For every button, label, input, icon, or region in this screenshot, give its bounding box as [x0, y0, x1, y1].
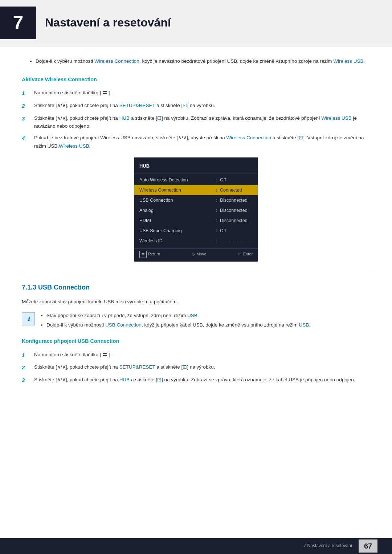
page-footer: 7 Nastavení a resetování 67	[0, 538, 392, 554]
hub-menu-row-usb-super: USB Super Charging : Off	[134, 226, 258, 236]
footer-chapter-text: 7 Nastavení a resetování	[304, 542, 352, 549]
wireless-step-3: 3 Stiskněte [∧/∨], pokud chcete přejít n…	[22, 114, 370, 131]
wireless-usb-link1: Wireless USB	[333, 58, 363, 64]
hub-menu-row-wireless-id: Wireless ID : - - - - - - - -	[134, 236, 258, 246]
wireless-step-2: 2 Stiskněte [∧/∨], pokud chcete přejít n…	[22, 102, 370, 111]
hub-menu-footer: 〓 Return ◇ Move ↵ Enter	[134, 248, 258, 259]
hub-menu-row-analog: Analog : Disconnected	[134, 205, 258, 216]
note-icon: ℹ	[22, 312, 35, 325]
usb-connection-link: USB Connection	[105, 322, 142, 328]
hub-menu-row-auto-wireless: Auto Wireless Detection : Off	[134, 175, 258, 185]
section-divider-1	[22, 272, 370, 272]
usb-link2: USB	[299, 322, 309, 328]
wireless-step-4: 4 Pokud je bezdrátové připojení Wireless…	[22, 134, 370, 150]
usb-config-step-3: 3 Stiskněte [∧/∨], pokud chcete přejít n…	[22, 376, 370, 385]
footer-page-number: 67	[359, 539, 377, 553]
wireless-connection-link1: Wireless Connection	[94, 58, 139, 64]
usb-config-step-2: 2 Stiskněte [∧/∨], pokud chcete přejít n…	[22, 363, 370, 372]
usb-note-bullet1: Stav připojení se zobrazí i v případě, ž…	[46, 312, 310, 320]
hub-menu-row-wireless-connection: Wireless Connection : Connected	[134, 185, 258, 195]
hub-menu-screenshot: HUB Auto Wireless Detection : Off Wirele…	[22, 157, 370, 262]
usb-config-step-1: 1 Na monitoru stiskněte tlačítko [ 〓 ].	[22, 351, 370, 360]
usb-note-block: ℹ Stav připojení se zobrazí i v případě,…	[22, 312, 370, 331]
wireless-step-1: 1 Na monitoru stiskněte tlačítko [ 〓 ].	[22, 89, 370, 98]
hub-footer-move: ◇ Move	[192, 251, 206, 258]
main-content: Dojde-li k výběru možnosti Wireless Conn…	[0, 57, 392, 414]
chapter-number: 7	[0, 7, 36, 39]
hub-footer-enter: ↵ Enter	[238, 251, 253, 258]
usb-config-heading: Konfigurace připojení USB Connection	[22, 337, 370, 345]
usb-link1: USB	[187, 313, 197, 318]
hub-menu-title: HUB	[134, 161, 258, 173]
intro-bullet-item: Dojde-li k výběru možnosti Wireless Conn…	[36, 57, 370, 65]
hub-footer-return: 〓 Return	[139, 251, 160, 258]
usb-description: Můžete zobrazit stav připojení kabelu US…	[22, 298, 370, 306]
chapter-header: 7 Nastavení a resetování	[0, 0, 392, 46]
wireless-activation-heading: Aktivace Wireless Connection	[22, 75, 370, 84]
hub-menu-row-usb-connection: USB Connection : Disconnected	[134, 195, 258, 205]
intro-bullet-section: Dojde-li k výběru možnosti Wireless Conn…	[22, 57, 370, 65]
usb-config-steps-list: 1 Na monitoru stiskněte tlačítko [ 〓 ]. …	[22, 351, 370, 385]
usb-section-heading: 7.1.3 USB Connection	[22, 282, 370, 293]
hub-menu-row-hdmi: HDMI : Disconnected	[134, 216, 258, 226]
wireless-steps-list: 1 Na monitoru stiskněte tlačítko [ 〓 ]. …	[22, 89, 370, 150]
note-content: Stav připojení se zobrazí i v případě, ž…	[40, 312, 310, 331]
chapter-title: Nastavení a resetování	[45, 13, 171, 32]
hub-menu: HUB Auto Wireless Detection : Off Wirele…	[134, 157, 258, 262]
usb-note-bullet2: Dojde-li k výběru možnosti USB Connectio…	[46, 321, 310, 329]
